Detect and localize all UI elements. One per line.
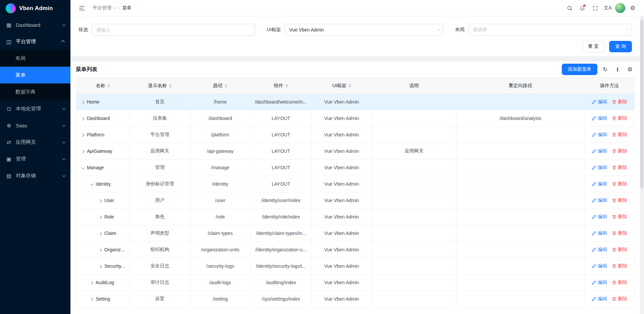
edit-button[interactable]: 编辑 [592, 148, 607, 154]
delete-button[interactable]: 删除 [612, 148, 627, 154]
chevron-down-icon [62, 140, 66, 143]
sort-icon[interactable] [348, 84, 351, 88]
layout-select[interactable]: 请选择 [469, 24, 632, 36]
table-row[interactable]: Role角色/role/identity/role/indexVue Vben … [76, 209, 635, 225]
expand-closed-icon[interactable] [81, 101, 85, 104]
sidebar-subitem[interactable]: 数据字典 [0, 83, 70, 100]
delete-button[interactable]: 删除 [612, 165, 627, 171]
add-menu-button[interactable]: 添加新菜单 [562, 64, 597, 75]
delete-button[interactable]: 删除 [612, 230, 627, 236]
edit-button[interactable]: 编辑 [592, 279, 607, 286]
expand-closed-icon[interactable] [81, 150, 85, 153]
filter-input[interactable] [92, 24, 255, 36]
table-row[interactable]: Platform平台管理/platformLAYOUTVue Vben Admi… [76, 127, 635, 143]
column-header[interactable]: UI框架 [312, 78, 372, 94]
table-row[interactable]: Setting设置/setting/sys/settings/indexVue … [76, 291, 635, 307]
row-component: /identity/organization-u... [251, 242, 312, 258]
edit-button[interactable]: 编辑 [592, 263, 607, 269]
row-height-icon[interactable]: I [613, 65, 622, 74]
delete-button[interactable]: 删除 [612, 296, 627, 302]
edit-button[interactable]: 编辑 [592, 165, 607, 171]
delete-button[interactable]: 删除 [612, 197, 627, 203]
expand-closed-icon[interactable] [90, 298, 93, 301]
query-button[interactable]: 查 询 [609, 41, 632, 52]
sidebar-item-manage[interactable]: ▣管理 [0, 150, 70, 167]
sidebar-item-localization[interactable]: ⊡本地化管理 [0, 100, 70, 117]
delete-button[interactable]: 删除 [612, 181, 627, 187]
delete-button[interactable]: 删除 [612, 132, 627, 138]
expand-closed-icon[interactable] [99, 232, 102, 236]
table-row[interactable]: Manage管理/manageLAYOUTVue Vben Admin编辑删除 [76, 160, 635, 176]
filter-label: 筛选 [78, 27, 88, 33]
framework-select[interactable]: Vue Vben Admin [285, 24, 443, 36]
column-header[interactable]: 名称 [76, 78, 130, 94]
expand-closed-icon[interactable] [81, 134, 85, 137]
delete-button[interactable]: 删除 [612, 263, 627, 269]
sidebar-subitem[interactable]: 菜单 [0, 67, 70, 83]
edit-button[interactable]: 编辑 [592, 115, 607, 121]
settings-button[interactable]: ⚙ [627, 3, 638, 13]
delete-button[interactable]: 删除 [612, 99, 627, 105]
edit-button[interactable]: 编辑 [592, 181, 607, 187]
app-logo[interactable]: Vben Admin [0, 0, 70, 16]
edit-button[interactable]: 编辑 [592, 230, 607, 236]
sidebar: Vben Admin ▦Dashboard◫平台管理布局菜单数据字典⊡本地化管理… [0, 0, 70, 314]
sidebar-item-platform[interactable]: ◫平台管理 [0, 33, 70, 50]
table-row[interactable]: AuditLog审计日志/audit-logs/auditing/indexVu… [76, 274, 635, 291]
delete-button[interactable]: 删除 [612, 247, 627, 253]
avatar[interactable] [615, 3, 625, 13]
row-component: LAYOUT [251, 110, 312, 127]
scrollbar-thumb[interactable] [640, 19, 643, 189]
edit-button[interactable]: 编辑 [592, 197, 607, 203]
delete-button[interactable]: 删除 [612, 279, 627, 286]
search-button[interactable] [564, 3, 575, 13]
sidebar-item-gateway[interactable]: ⇄应用网关 [0, 134, 70, 150]
column-header[interactable]: 显示名称 [130, 78, 190, 94]
delete-button[interactable]: 删除 [612, 115, 627, 121]
row-display-name: 身份标识管理 [130, 176, 190, 192]
language-button[interactable]: 文A [602, 3, 613, 13]
edit-button[interactable]: 编辑 [592, 296, 607, 302]
vertical-scrollbar[interactable] [640, 17, 643, 313]
table-row[interactable]: Organiz...组织机构/organization-units/identi… [76, 242, 635, 258]
sort-icon[interactable] [225, 84, 227, 88]
expand-open-icon[interactable] [82, 166, 85, 169]
expand-closed-icon[interactable] [99, 265, 102, 268]
expand-open-icon[interactable] [90, 182, 94, 186]
notifications-button[interactable] [577, 3, 588, 13]
row-framework: Vue Vben Admin [312, 127, 372, 143]
expand-closed-icon[interactable] [90, 281, 93, 285]
column-header[interactable]: 路径 [190, 78, 251, 94]
table-row[interactable]: Claim声明类型/claim-types/identity/claim-typ… [76, 225, 635, 242]
edit-button[interactable]: 编辑 [592, 214, 607, 220]
table-row[interactable]: Home首页/home/dashboard/welcome/in...Vue V… [76, 94, 635, 110]
table-row[interactable]: Security...安全日志/security-logs/identity/s… [76, 258, 635, 274]
table-row[interactable]: Dashboard仪表板/dashboardLAYOUTVue Vben Adm… [76, 110, 635, 127]
table-row[interactable]: User用户/user/identity/user/indexVue Vben … [76, 192, 635, 209]
sort-icon[interactable] [107, 84, 110, 88]
expand-closed-icon[interactable] [99, 249, 102, 252]
sidebar-toggle-button[interactable] [76, 3, 87, 13]
edit-button[interactable]: 编辑 [592, 99, 607, 105]
expand-closed-icon[interactable] [99, 216, 102, 219]
column-settings-icon[interactable]: ⚙ [625, 65, 635, 74]
sort-icon[interactable] [169, 84, 172, 88]
column-header[interactable]: 组件 [251, 78, 312, 94]
reset-button[interactable]: 重 置 [582, 41, 605, 52]
sidebar-item-dashboard[interactable]: ▦Dashboard [0, 16, 70, 33]
edit-button[interactable]: 编辑 [592, 132, 607, 138]
sort-icon[interactable] [285, 84, 288, 88]
menu-table-card: 菜单列表 添加新菜单 ↻ I ⚙ 名称显示名称路径组件UI框架说明重定向路径操作… [70, 61, 640, 314]
expand-closed-icon[interactable] [81, 117, 85, 121]
sidebar-item-storage[interactable]: ▤对象存储 [0, 167, 70, 184]
sidebar-item-saas[interactable]: ⊕Saas [0, 117, 70, 134]
refresh-icon[interactable]: ↻ [600, 65, 610, 74]
expand-closed-icon[interactable] [99, 199, 102, 203]
delete-button[interactable]: 删除 [612, 214, 627, 220]
table-row[interactable]: ApiGateway应用网关/api-gatewayLAYOUTVue Vben… [76, 143, 635, 160]
fullscreen-button[interactable] [590, 3, 600, 13]
sidebar-subitem[interactable]: 布局 [0, 50, 70, 67]
breadcrumb-root[interactable]: 平台管理 [93, 5, 115, 11]
edit-button[interactable]: 编辑 [592, 247, 607, 253]
table-row[interactable]: Identity身份标识管理/identityLAYOUTVue Vben Ad… [76, 176, 635, 192]
